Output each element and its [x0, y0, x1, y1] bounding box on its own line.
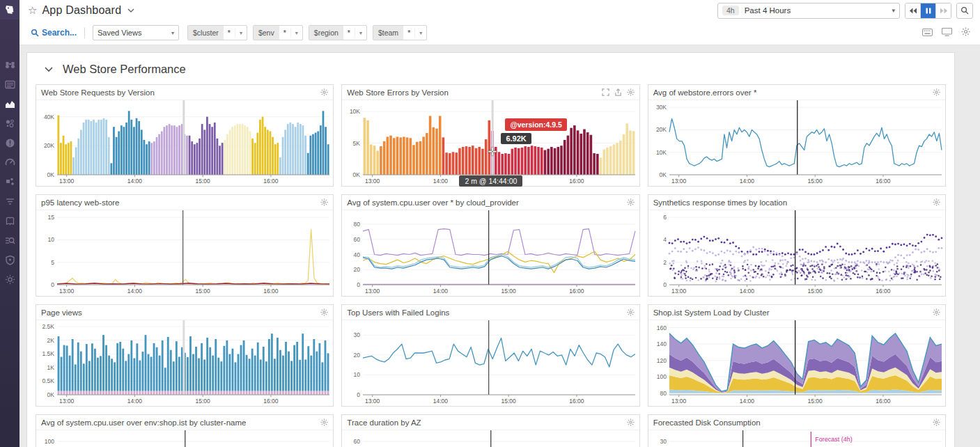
y-tick-label: 120	[656, 357, 666, 364]
template-variable-env[interactable]: $env * ▾	[253, 25, 303, 40]
x-tick-label: 15:00	[807, 288, 823, 295]
sidebar-item-security[interactable]	[5, 255, 15, 265]
y-tick-label: 2	[663, 259, 667, 266]
saved-views-dropdown[interactable]: Saved Views▾	[93, 25, 179, 40]
widget-share-icon[interactable]	[614, 88, 622, 96]
template-variable-cluster[interactable]: $cluster * ▾	[187, 25, 247, 40]
chart-canvas[interactable]: 100	[36, 430, 333, 447]
widget-gear-icon[interactable]	[933, 198, 940, 206]
chart-canvas[interactable]: 05101513:0014:0015:0016:00	[36, 210, 333, 295]
widget-gear-icon[interactable]	[627, 88, 635, 96]
widget-body: 0K0.5K1K1.5K2K2.5K13:0014:0015:0016:00	[36, 320, 333, 405]
keyboard-shortcuts-icon[interactable]	[922, 26, 933, 39]
dashboard-content: Web Store Performance Web Store Requests…	[20, 45, 980, 447]
x-tick-label: 13:00	[59, 178, 75, 185]
sidebar-item-metrics[interactable]	[5, 99, 15, 109]
y-tick-label: 20	[354, 266, 361, 273]
logs-icon	[5, 196, 15, 207]
x-tick-label: 16:00	[263, 288, 279, 295]
search-button[interactable]: Search...	[31, 28, 77, 38]
widget-gear-icon[interactable]	[627, 418, 635, 426]
pause-button[interactable]	[921, 3, 936, 18]
chart-canvas[interactable]: 024613:0014:0015:0016:00	[648, 210, 945, 295]
widget-title: Shop.ist System Load by Cluster	[653, 308, 770, 317]
sidebar-item-apm[interactable]	[5, 157, 15, 168]
y-tick-label: 5	[51, 259, 54, 266]
widget-title: Top Users with Failed Logins	[347, 308, 449, 317]
widget-title: Web Store Errors by Version	[347, 88, 449, 97]
x-tick-label: 15:00	[196, 398, 211, 405]
widget-body: 0K20K40K13:0014:0015:0016:00	[36, 100, 333, 185]
sidebar-item-watchdog[interactable]	[5, 60, 15, 70]
sidebar-item-integrations[interactable]	[5, 177, 15, 187]
template-variable-region[interactable]: $region * ▾	[309, 25, 367, 40]
dashboard-toolbar: Search... Saved Views▾ $cluster * ▾$env …	[20, 21, 980, 45]
y-tick-label: 15	[48, 214, 55, 221]
chart-canvas[interactable]: 02040608013:0014:0015:0016:00	[342, 210, 639, 295]
chart-canvas[interactable]: 0K20K40K13:0014:0015:0016:00	[36, 100, 333, 185]
metrics-icon	[5, 99, 15, 109]
settings-gear-icon[interactable]	[961, 26, 970, 39]
chart-canvas[interactable]: 010203013:0014:0015:0016:00	[342, 320, 639, 405]
favorite-star-icon[interactable]: ☆	[28, 4, 37, 17]
widget-expand-icon[interactable]	[602, 88, 609, 96]
variable-name: $cluster	[188, 25, 224, 40]
top-header: ☆ App Dashboard 4h Past 4 Hours ▾	[20, 0, 980, 21]
x-tick-label: 15:00	[807, 178, 823, 185]
zoom-search-button[interactable]	[956, 3, 973, 19]
log-explorer-icon	[5, 235, 15, 246]
widget-gear-icon[interactable]	[627, 308, 635, 316]
widget-body: 024613:0014:0015:0016:00	[648, 210, 945, 295]
sidebar-item-notebooks[interactable]	[5, 216, 15, 226]
datadog-logo-icon[interactable]	[0, 0, 20, 19]
y-tick-label: 80	[660, 390, 667, 397]
widget-gear-icon[interactable]	[320, 418, 328, 426]
y-tick-label: 0K	[47, 391, 55, 398]
template-variable-team[interactable]: $team * ▾	[373, 25, 427, 40]
time-backward-button[interactable]	[905, 3, 921, 18]
chart-canvas[interactable]: 60	[342, 430, 639, 447]
time-range-picker[interactable]: 4h Past 4 Hours ▾	[717, 3, 900, 19]
widget-gear-icon[interactable]	[320, 88, 328, 96]
sidebar-item-events[interactable]	[5, 79, 15, 90]
chart-canvas[interactable]: 30Forecast (4h)	[648, 430, 945, 447]
page-title: App Dashboard	[42, 4, 121, 17]
sidebar-item-monitors[interactable]	[5, 138, 15, 148]
time-forward-button[interactable]	[936, 3, 951, 18]
widget-gear-icon[interactable]	[320, 308, 328, 316]
dashboard-switcher-chevron-icon[interactable]	[127, 8, 135, 13]
apm-icon	[5, 157, 15, 168]
chart-canvas[interactable]: 0K10K20K30K13:0014:0015:0016:00	[648, 100, 945, 185]
x-tick-label: 13:00	[365, 398, 380, 405]
tv-mode-icon[interactable]	[942, 26, 952, 39]
widget-grid: Web Store Requests by Version0K20K40K13:…	[27, 83, 954, 447]
y-tick-label: 10K	[350, 108, 360, 115]
chart-canvas[interactable]: 0K0.5K1K1.5K2K2.5K13:0014:0015:0016:00	[36, 320, 333, 405]
widget-p95-latency-web-store: p95 latency web-store05101513:0014:0015:…	[36, 194, 334, 297]
y-tick-label: 160	[656, 324, 666, 331]
events-icon	[5, 79, 15, 90]
x-tick-label: 15:00	[807, 398, 823, 405]
widget-gear-icon[interactable]	[627, 198, 635, 206]
sidebar-item-settings[interactable]	[5, 274, 15, 285]
widget-gear-icon[interactable]	[933, 88, 940, 96]
sidebar-item-infrastructure[interactable]	[5, 118, 15, 129]
app-sidebar	[0, 0, 20, 447]
widget-gear-icon[interactable]	[933, 418, 940, 426]
widget-gear-icon[interactable]	[933, 308, 940, 316]
chart-canvas[interactable]: 8010012014016013:0014:0015:0016:00	[648, 320, 945, 405]
section-title: Web Store Performance	[63, 63, 186, 76]
sidebar-item-log-explorer[interactable]	[5, 235, 15, 246]
section-header: Web Store Performance	[27, 53, 954, 83]
x-tick-label: 16:00	[263, 178, 279, 185]
section-collapse-chevron-icon[interactable]	[44, 66, 54, 72]
sidebar-item-logs[interactable]	[5, 196, 15, 207]
chart-canvas[interactable]: 0K5K10K13:0014:0015:0016:00	[342, 100, 639, 185]
y-tick-label: 40K	[44, 113, 54, 120]
x-tick-label: 16:00	[876, 288, 891, 295]
widget-title: Avg of system.cpu.user over env:shop.ist…	[41, 418, 246, 427]
widget-gear-icon[interactable]	[320, 198, 328, 206]
security-icon	[5, 255, 15, 265]
widget-title: Synthetics response times by location	[653, 198, 787, 207]
y-tick-label: 60	[354, 438, 361, 445]
